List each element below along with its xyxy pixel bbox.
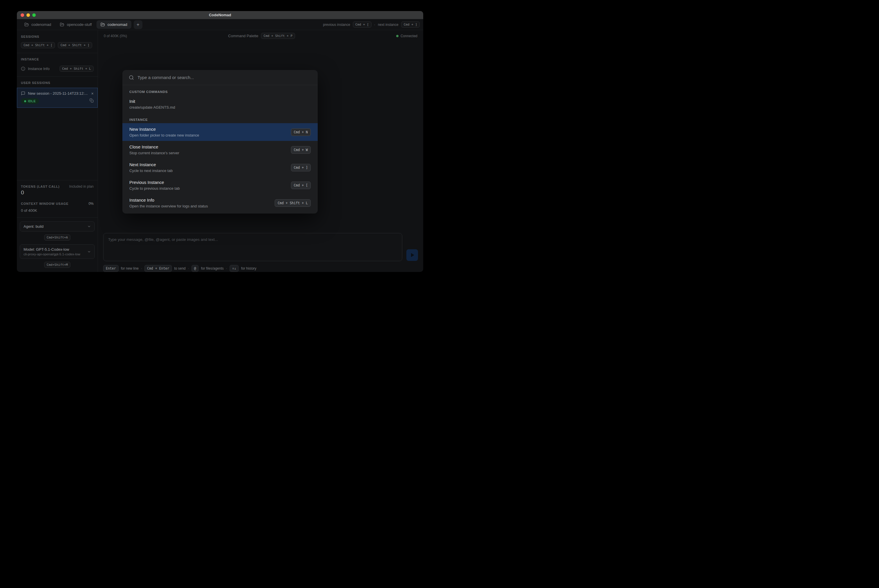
close-window-button[interactable] <box>21 14 24 17</box>
session-item-selected[interactable]: New session - 2025-11-14T23:12:... × IDL… <box>17 88 98 108</box>
hint-separator: · <box>226 266 227 270</box>
at-kbd: @ <box>192 265 199 272</box>
palette-item-subtitle: Open the instance overview for logs and … <box>129 204 270 208</box>
context-usage-percent: 0% <box>89 202 93 206</box>
enter-kbd: Enter <box>103 265 119 272</box>
palette-item-title: Close Instance <box>129 144 286 149</box>
tab-shortcut-hints: previous instance Cmd + [ · next instanc… <box>323 21 420 28</box>
instance-header: INSTANCE <box>17 57 98 61</box>
hint-text: for files/agents <box>201 266 224 270</box>
new-instance-tab-button[interactable]: + <box>134 20 143 29</box>
agent-select[interactable]: Agent: build <box>20 221 95 231</box>
context-usage-detail: 0 of 400K <box>21 208 93 213</box>
user-sessions-header: USER SESSIONS <box>17 81 98 84</box>
app-window: CodeNomad codenomad opencode-stuff coden… <box>17 11 423 272</box>
status-bar: 0 of 400K (0%) Command Palette Cmd + Shi… <box>98 30 423 39</box>
command-palette-search <box>122 70 318 85</box>
folder-icon <box>101 22 105 27</box>
palette-section-instance: INSTANCE <box>122 113 318 123</box>
connected-dot-icon <box>396 35 398 37</box>
hint-separator: · <box>374 22 375 27</box>
folder-icon <box>24 22 29 27</box>
command-search-input[interactable] <box>137 75 311 80</box>
minimize-window-button[interactable] <box>27 14 30 17</box>
connection-status: Connected <box>396 34 418 38</box>
sidebar: SESSIONS Cmd + Shift + [ Cmd + Shift + ]… <box>17 30 98 272</box>
palette-section-custom-commands: CUSTOM COMMANDS <box>122 85 318 95</box>
hint-separator: · <box>188 266 189 270</box>
sidebar-divider <box>17 217 98 218</box>
hint-text: for new line <box>121 266 139 270</box>
palette-item-title: Init <box>129 99 311 104</box>
session-status-badge: IDLE <box>21 98 39 104</box>
instance-info-label: Instance Info <box>28 66 50 71</box>
send-button[interactable] <box>406 249 418 261</box>
composer-hints: Enter for new line · Cmd + Enter to send… <box>98 261 423 272</box>
sidebar-divider <box>17 53 98 53</box>
message-input[interactable] <box>103 233 402 261</box>
traffic-lights <box>21 11 36 19</box>
close-session-icon[interactable]: × <box>91 92 93 96</box>
instance-info-row[interactable]: Instance Info Cmd + Shift + L <box>17 66 98 72</box>
command-palette-label: Command Palette <box>228 34 258 38</box>
cmd-enter-kbd: Cmd + Enter <box>144 265 172 272</box>
palette-item-subtitle: create/update AGENTS.md <box>129 105 311 110</box>
hint-text: for history <box>241 266 256 270</box>
tokens-note: Included in plan <box>69 184 93 189</box>
tokens-section: TOKENS (LAST CALL) Included in plan 0 CO… <box>17 180 98 213</box>
palette-item-kbd: Cmd + W <box>291 146 311 154</box>
model-select-detail: cli-proxy-api-openai/gpt-5.1-codex-low <box>24 252 85 256</box>
palette-item-kbd: Cmd + ] <box>291 164 311 171</box>
instance-tab-opencode-stuff[interactable]: opencode-stuff <box>56 20 96 29</box>
palette-item-subtitle: Cycle to next instance tab <box>129 168 286 173</box>
command-palette-kbd: Cmd + Shift + P <box>261 33 295 39</box>
window-title: CodeNomad <box>209 13 231 17</box>
status-dot-icon <box>24 100 26 102</box>
command-palette: CUSTOM COMMANDS Init create/update AGENT… <box>122 70 318 213</box>
instance-tab-codenomad-2-active[interactable]: codenomad <box>96 20 131 29</box>
tokens-header: TOKENS (LAST CALL) <box>21 185 60 188</box>
previous-instance-kbd: Cmd + [ <box>353 21 371 28</box>
palette-item-previous-instance[interactable]: Previous Instance Cycle to previous inst… <box>122 176 318 194</box>
palette-item-kbd: Cmd + Shift + L <box>275 199 311 207</box>
copy-session-button[interactable] <box>90 99 93 104</box>
palette-item-instance-info[interactable]: Instance Info Open the instance overview… <box>122 194 318 212</box>
palette-item-close-instance[interactable]: Close Instance Stop current instance's s… <box>122 141 318 159</box>
play-icon <box>411 253 414 257</box>
model-select-value: Model: GPT-5.1-Codex-low <box>24 247 85 252</box>
chevron-down-icon <box>87 225 91 228</box>
instance-info-kbd: Cmd + Shift + L <box>60 66 93 72</box>
tab-label: codenomad <box>32 22 51 27</box>
palette-item-init[interactable]: Init create/update AGENTS.md <box>122 95 318 113</box>
command-palette-hint: Command Palette Cmd + Shift + P <box>228 33 295 39</box>
context-usage-status: 0 of 400K (0%) <box>104 34 127 38</box>
chat-bubble-icon <box>21 91 25 96</box>
composer <box>98 233 423 261</box>
palette-item-title: Previous Instance <box>129 180 286 185</box>
instance-tab-codenomad-1[interactable]: codenomad <box>20 20 55 29</box>
palette-item-subtitle: Stop current instance's server <box>129 151 286 155</box>
title-bar: CodeNomad <box>17 11 423 19</box>
palette-item-kbd: Cmd + N <box>291 128 311 136</box>
palette-item-new-instance[interactable]: New Instance Open folder picker to creat… <box>122 123 318 141</box>
tokens-value: 0 <box>21 189 93 196</box>
agent-select-kbd: Cmd+Shift+A <box>44 234 71 240</box>
hint-separator: · <box>141 266 142 270</box>
model-select[interactable]: Model: GPT-5.1-Codex-low cli-proxy-api-o… <box>20 244 95 259</box>
palette-item-title: Instance Info <box>129 198 270 202</box>
folder-icon <box>60 22 64 27</box>
zoom-window-button[interactable] <box>32 14 36 17</box>
context-usage-header: CONTEXT WINDOW USAGE <box>21 202 69 206</box>
session-status-label: IDLE <box>28 99 36 103</box>
tab-label: codenomad <box>108 22 127 27</box>
copy-icon <box>90 99 93 102</box>
palette-item-subtitle: Cycle to previous instance tab <box>129 186 286 190</box>
connection-status-label: Connected <box>401 34 418 38</box>
sessions-shortcuts: Cmd + Shift + [ Cmd + Shift + ] <box>17 42 98 48</box>
instance-tab-bar: codenomad opencode-stuff codenomad + pre… <box>17 19 423 30</box>
info-icon <box>21 66 25 71</box>
palette-item-title: Next Instance <box>129 162 286 167</box>
palette-item-title: New Instance <box>129 127 286 132</box>
palette-item-next-instance[interactable]: Next Instance Cycle to next instance tab… <box>122 159 318 176</box>
search-icon <box>129 75 134 80</box>
